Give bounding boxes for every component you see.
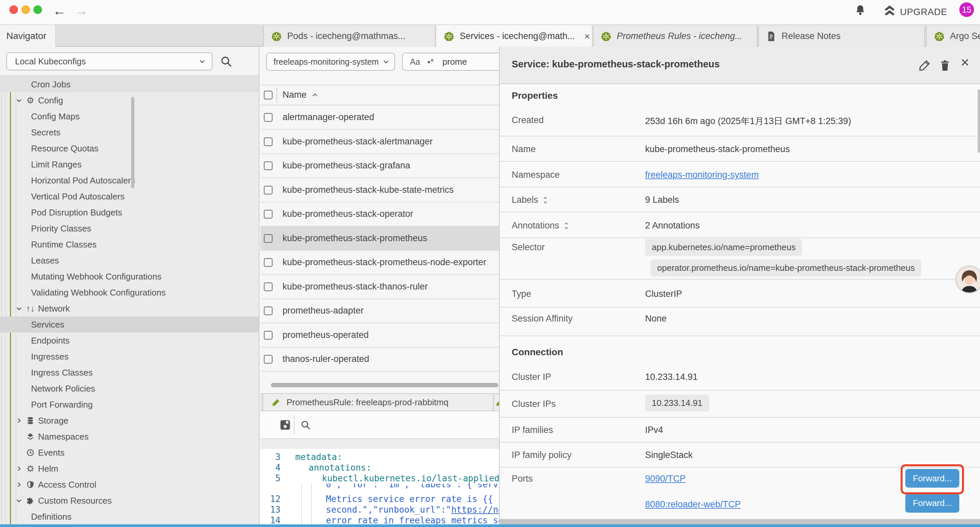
row-checkbox[interactable] (264, 161, 272, 170)
forward-arrow-icon[interactable]: → (75, 3, 88, 19)
details-header: Service: kube-prometheus-stack-prometheu… (500, 47, 980, 84)
sidebar-item-pod-disruption-budgets[interactable]: Pod Disruption Budgets (0, 204, 259, 220)
table-row[interactable]: kube-prometheus-stack-thanos-ruler (261, 275, 499, 299)
sidebar-group-helm[interactable]: Helm (0, 461, 259, 477)
yaml-editor[interactable]: 3metadata: 4annotations: 5kubectl.kubern… (261, 449, 499, 527)
close-icon[interactable]: × (584, 31, 590, 42)
sidebar-item-resource-quotas[interactable]: Resource Quotas (0, 140, 259, 156)
select-all-checkbox[interactable] (264, 91, 272, 99)
sidebar-item-ingress-classes[interactable]: Ingress Classes (0, 365, 259, 381)
sidebar-item-horizontal-pod-autoscalers[interactable]: Horizontal Pod Autoscalers (0, 172, 259, 188)
back-arrow-icon[interactable]: ← (53, 3, 66, 19)
window-minimize-light[interactable] (21, 5, 30, 14)
navigator-title: Navigator (6, 31, 46, 41)
search-icon[interactable] (220, 55, 233, 68)
table-row[interactable]: prometheus-operated (261, 323, 499, 347)
table-header: Name (261, 85, 499, 105)
labels-expander[interactable]: Labels (512, 195, 548, 205)
port-link-9090[interactable]: 9090/TCP (645, 474, 686, 484)
close-icon[interactable]: × (961, 54, 969, 71)
sidebar-group-config[interactable]: ⚙ Config (0, 92, 259, 108)
sidebar-group-storage[interactable]: Storage (0, 412, 259, 428)
annotations-expander[interactable]: Annotations (512, 220, 570, 231)
row-checkbox[interactable] (264, 355, 272, 363)
search-icon[interactable] (300, 419, 311, 431)
editor-tab-partial[interactable] (494, 394, 499, 411)
sidebar-item-port-forwarding[interactable]: Port Forwarding (0, 396, 259, 412)
upgrade-label[interactable]: UPGRADE (900, 7, 947, 18)
sidebar-group-events[interactable]: Events (0, 444, 259, 461)
delete-icon[interactable] (939, 59, 951, 72)
upgrade-icon[interactable] (883, 5, 896, 17)
sidebar-item-priority-classes[interactable]: Priority Classes (0, 220, 259, 236)
window-zoom-light[interactable] (33, 5, 42, 14)
table-row[interactable]: thanos-ruler-operated (261, 347, 499, 372)
sidebar-item-leases[interactable]: Leases (0, 253, 259, 269)
navigator-panel-tab[interactable]: Navigator (0, 25, 56, 47)
sidebar-item-runtime-classes[interactable]: Runtime Classes (0, 236, 259, 253)
sidebar-item-endpoints[interactable]: Endpoints (0, 333, 259, 349)
forward-button-8080[interactable]: Forward... (905, 493, 959, 513)
sidebar-group-access-control[interactable]: Access Control (0, 477, 259, 493)
sidebar-group-namespaces[interactable]: Namespaces (0, 428, 259, 444)
table-row[interactable]: kube-prometheus-stack-kube-state-metrics (261, 178, 499, 202)
row-checkbox[interactable] (264, 210, 272, 218)
runbook-url-link[interactable]: https://net (451, 505, 499, 515)
kubeconfig-selector-value: Local Kubeconfigs (15, 56, 199, 67)
window-close-light[interactable] (10, 5, 18, 14)
sidebar-item-cron-jobs[interactable]: Cron Jobs (0, 76, 259, 92)
sidebar-group-custom-resources[interactable]: Custom Resources (0, 493, 259, 509)
table-row-selected[interactable]: kube-prometheus-stack-prometheus (261, 226, 499, 251)
sidebar-item-vertical-pod-autoscalers[interactable]: Vertical Pod Autoscalers (0, 188, 259, 204)
sidebar-item-definitions[interactable]: Definitions (0, 509, 259, 525)
row-checkbox[interactable] (264, 282, 272, 291)
table-row[interactable]: kube-prometheus-stack-grafana (261, 154, 499, 178)
sidebar-item-config-maps[interactable]: Config Maps (0, 108, 259, 124)
sidebar-item-secrets[interactable]: Secrets (0, 124, 259, 140)
table-row[interactable]: kube-prometheus-stack-operator (261, 202, 499, 226)
bell-icon[interactable] (854, 4, 866, 18)
table-row[interactable]: kube-prometheus-stack-prometheus-node-ex… (261, 250, 499, 275)
save-icon[interactable] (279, 419, 291, 431)
row-checkbox[interactable] (264, 331, 272, 339)
sidebar-item-ingresses[interactable]: Ingresses (0, 349, 259, 365)
row-checkbox[interactable] (264, 234, 272, 243)
tab-release-notes[interactable]: Release Notes (758, 25, 925, 47)
table-row[interactable]: kube-prometheus-stack-alertmanager (261, 130, 499, 154)
sidebar-item-mutating-webhook-configurations[interactable]: Mutating Webhook Configurations (0, 269, 259, 285)
horizontal-scrollbar[interactable] (271, 383, 498, 387)
row-checkbox[interactable] (264, 307, 272, 315)
row-checkbox[interactable] (264, 113, 272, 122)
filter-input[interactable]: Aa ▪* prome (402, 53, 499, 71)
tab-prometheus-rules[interactable]: Prometheus Rules - icecheng... (593, 25, 757, 47)
avatar[interactable] (955, 266, 980, 293)
details-scrollbar[interactable] (978, 89, 980, 153)
sidebar-item-services[interactable]: Services (0, 317, 259, 333)
kubeconfig-selector[interactable]: Local Kubeconfigs (6, 53, 213, 70)
row-checkbox[interactable] (264, 137, 272, 146)
sidebar-item-limit-ranges[interactable]: Limit Ranges (0, 156, 259, 172)
namespace-selector[interactable]: freeleaps-monitoring-system (266, 53, 395, 71)
port-link-8080[interactable]: 8080:reloader-web/TCP (645, 499, 741, 509)
sidebar-item-network-policies[interactable]: Network Policies (0, 381, 259, 396)
tab-label: Argo Se (950, 31, 980, 41)
tab-services[interactable]: Services - icecheng@math... × (436, 25, 592, 47)
match-case-icon[interactable]: Aa (410, 57, 420, 67)
row-checkbox[interactable] (264, 258, 272, 267)
tab-pods[interactable]: Pods - icecheng@mathmas... (263, 25, 436, 47)
kubernetes-icon (271, 31, 282, 42)
sidebar-item-validating-webhook-configurations[interactable]: Validating Webhook Configurations (0, 285, 259, 301)
editor-tab-prometheusrule[interactable]: PrometheusRule: freeleaps-prod-rabbitmq (262, 394, 494, 411)
row-checkbox[interactable] (264, 186, 272, 194)
table-row[interactable]: prometheus-adapter (261, 299, 499, 323)
tab-argo[interactable]: Argo Se (926, 25, 980, 47)
table-row[interactable]: alertmanager-operated (261, 105, 499, 130)
sidebar-scrollbar[interactable] (131, 97, 134, 188)
name-column-header[interactable]: Name (283, 90, 318, 100)
notification-badge[interactable]: 15 (959, 2, 974, 17)
namespace-link[interactable]: freeleaps-monitoring-system (645, 170, 759, 180)
sidebar-group-network[interactable]: ↑↓ Network (0, 301, 259, 317)
regex-icon[interactable]: ▪* (428, 57, 434, 67)
edit-icon[interactable] (919, 59, 931, 72)
details-bottom-scrollbar[interactable] (500, 519, 980, 524)
